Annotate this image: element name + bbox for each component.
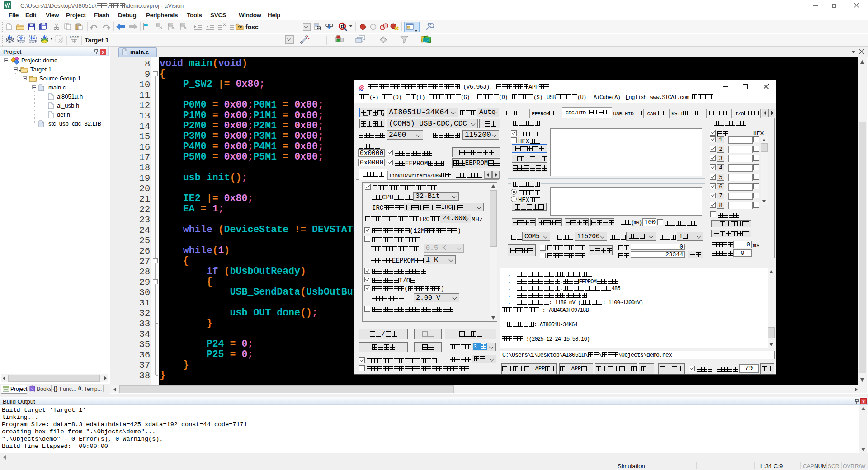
svg-text:d: d [341,23,344,29]
svg-text:LOAD: LOAD [70,35,79,39]
svg-text:?: ? [31,387,33,391]
